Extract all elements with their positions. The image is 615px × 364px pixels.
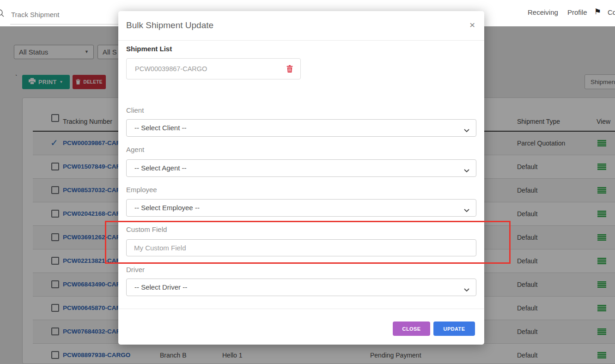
nav-contact-partial[interactable]: Co: [608, 8, 615, 16]
shipment-list-item: PCW00039867-CARGO: [126, 58, 301, 79]
shipment-list-item-text: PCW00039867-CARGO: [135, 59, 207, 79]
close-icon[interactable]: ×: [468, 18, 477, 32]
chevron-down-icon: [464, 126, 469, 134]
client-label: Client: [126, 106, 144, 114]
driver-select[interactable]: -- Select Driver --: [126, 279, 476, 296]
driver-select-value: -- Select Driver --: [134, 279, 187, 296]
update-button[interactable]: UPDATE: [433, 322, 475, 336]
trash-icon[interactable]: [286, 65, 293, 74]
employee-select-value: -- Select Employee --: [134, 200, 200, 216]
bulk-shipment-update-modal: Bulk Shipment Update × Shipment List PCW…: [118, 11, 484, 345]
client-select[interactable]: -- Select Client --: [126, 119, 476, 137]
close-button[interactable]: CLOSE: [393, 322, 430, 336]
shipment-list-label: Shipment List: [126, 45, 172, 53]
chevron-down-icon: [464, 206, 469, 214]
agent-select[interactable]: -- Select Agent --: [126, 159, 476, 177]
annotation-red-box: [105, 221, 511, 264]
chevron-down-icon: [464, 166, 469, 175]
agent-label: Agent: [126, 146, 144, 153]
nav-receiving[interactable]: Receiving: [528, 8, 558, 16]
modal-header-divider: [118, 40, 484, 41]
nav-profile[interactable]: Profile: [567, 8, 587, 16]
search-icon: [0, 9, 4, 19]
client-select-value: -- Select Client --: [134, 120, 187, 136]
employee-select[interactable]: -- Select Employee --: [126, 199, 476, 217]
app-root: Receiving Profile ⚑ Co All Status ▼ All …: [0, 0, 615, 364]
chevron-down-icon: [464, 285, 469, 294]
modal-title: Bulk Shipment Update: [126, 20, 213, 30]
modal-footer-divider: [118, 309, 484, 309]
driver-label: Driver: [126, 266, 145, 273]
flag-icon[interactable]: ⚑: [594, 7, 601, 17]
employee-label: Employee: [126, 186, 157, 194]
agent-select-value: -- Select Agent --: [134, 160, 187, 176]
